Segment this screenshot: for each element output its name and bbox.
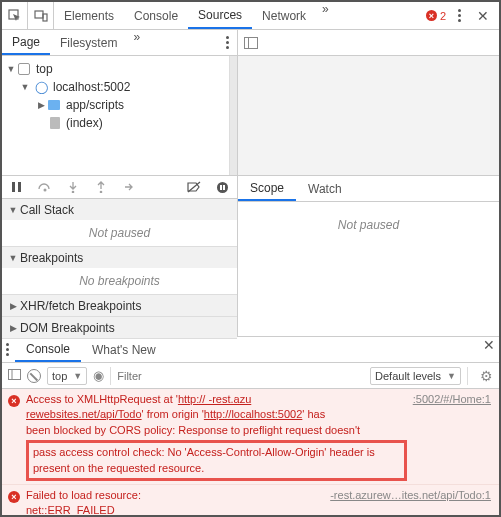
log-entry-cors: × Access to XMLHttpRequest at 'http:// -… xyxy=(2,389,499,485)
drawer-menu-icon[interactable] xyxy=(2,339,13,360)
device-toolbar-icon[interactable] xyxy=(28,2,54,29)
svg-point-5 xyxy=(44,189,47,192)
error-icon: × xyxy=(8,395,20,407)
cors-highlight: pass access control check: No 'Access-Co… xyxy=(26,440,407,481)
toggle-navigator-icon[interactable] xyxy=(244,37,258,49)
tab-network[interactable]: Network xyxy=(252,2,316,29)
error-icon: × xyxy=(8,491,20,503)
section-breakpoints[interactable]: ▼Breakpoints xyxy=(2,247,237,268)
context-selector[interactable]: top▼ xyxy=(47,367,87,385)
file-tree: ▼top ▼◯localhost:5002 ▶app/scripts (inde… xyxy=(2,56,237,175)
svg-rect-11 xyxy=(223,185,225,190)
source-view-empty xyxy=(238,56,499,175)
cloud-icon: ◯ xyxy=(35,80,48,94)
tree-row-folder[interactable]: ▶app/scripts xyxy=(2,96,237,114)
tree-scrollbar[interactable] xyxy=(229,56,237,175)
section-dom-breakpoints[interactable]: ▶DOM Breakpoints xyxy=(2,317,237,338)
svg-rect-4 xyxy=(18,182,21,192)
error-counter[interactable]: ×2 xyxy=(426,10,446,22)
svg-rect-2 xyxy=(43,14,47,21)
section-callstack[interactable]: ▼Call Stack xyxy=(2,199,237,220)
callstack-empty: Not paused xyxy=(2,220,237,246)
drawer-tab-whatsnew[interactable]: What's New xyxy=(81,337,167,362)
nav-tab-page[interactable]: Page xyxy=(2,30,50,55)
nav-menu-icon[interactable] xyxy=(218,30,237,55)
log-source-link[interactable]: -rest.azurew…ites.net/api/Todo:1 xyxy=(330,488,491,515)
step-into-icon[interactable] xyxy=(62,176,84,198)
error-count-value: 2 xyxy=(440,10,446,22)
tab-sources[interactable]: Sources xyxy=(188,2,252,29)
pause-icon[interactable] xyxy=(6,176,28,198)
tab-console[interactable]: Console xyxy=(124,2,188,29)
nav-tab-filesystem[interactable]: Filesystem xyxy=(50,30,127,55)
inspect-element-icon[interactable] xyxy=(2,2,28,29)
breakpoints-empty: No breakpoints xyxy=(2,268,237,294)
svg-rect-10 xyxy=(220,185,222,190)
svg-point-9 xyxy=(217,182,228,193)
log-entry-err-failed: × Failed to load resource: net::ERR_FAIL… xyxy=(2,485,499,515)
drawer-tab-console[interactable]: Console xyxy=(15,337,81,362)
step-out-icon[interactable] xyxy=(90,176,112,198)
scope-empty: Not paused xyxy=(238,202,499,336)
close-devtools-icon[interactable]: ✕ xyxy=(473,8,493,24)
folder-icon xyxy=(48,100,60,110)
clear-console-icon[interactable] xyxy=(27,369,41,383)
step-icon[interactable] xyxy=(118,176,140,198)
section-xhr-breakpoints[interactable]: ▶XHR/fetch Breakpoints xyxy=(2,295,237,316)
step-over-icon[interactable] xyxy=(34,176,56,198)
deactivate-breakpoints-icon[interactable] xyxy=(183,176,205,198)
close-drawer-icon[interactable]: ✕ xyxy=(479,337,499,362)
svg-rect-12 xyxy=(9,369,21,379)
svg-rect-3 xyxy=(12,182,15,192)
svg-rect-1 xyxy=(35,11,43,18)
svg-point-6 xyxy=(72,191,75,193)
console-settings-icon[interactable]: ⚙ xyxy=(480,368,493,384)
doc-icon xyxy=(50,117,60,129)
tab-watch[interactable]: Watch xyxy=(296,176,354,201)
svg-point-7 xyxy=(100,191,103,193)
tab-scope[interactable]: Scope xyxy=(238,176,296,201)
pause-on-exceptions-icon[interactable] xyxy=(211,176,233,198)
tab-elements[interactable]: Elements xyxy=(54,2,124,29)
frame-icon xyxy=(18,63,30,75)
nav-more-icon[interactable]: » xyxy=(127,30,146,55)
tree-row-top[interactable]: ▼top xyxy=(2,60,237,78)
live-expression-icon[interactable]: ◉ xyxy=(93,368,104,383)
more-tabs-icon[interactable]: » xyxy=(316,2,335,29)
console-filter-input[interactable] xyxy=(117,370,364,382)
tree-row-index[interactable]: (index) xyxy=(2,114,237,132)
tree-row-host[interactable]: ▼◯localhost:5002 xyxy=(2,78,237,96)
devtools-menu-icon[interactable] xyxy=(454,5,465,26)
log-source-link[interactable]: :5002/#/Home:1 xyxy=(413,392,491,481)
sidebar-toggle-icon[interactable] xyxy=(8,369,21,383)
log-levels-selector[interactable]: Default levels▼ xyxy=(370,367,461,385)
